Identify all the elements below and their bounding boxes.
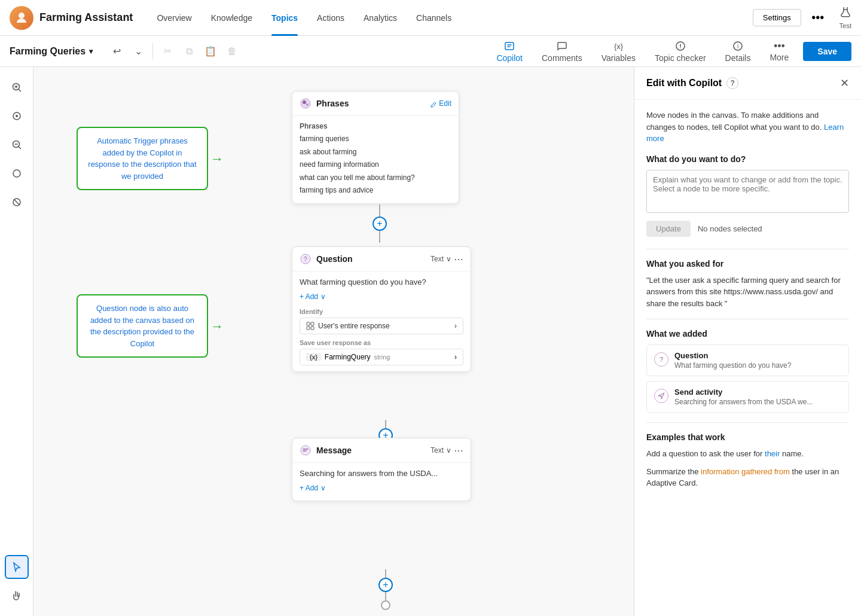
toolbar-right: Copilot Comments {x} Variables Topic che…	[491, 40, 851, 63]
variable-row[interactable]: {x} FarmingQuery string ›	[300, 349, 463, 365]
nav-topics[interactable]: Topics	[262, 0, 307, 36]
message-node-body: Searching for answers from the USDA... +…	[292, 463, 471, 501]
copilot-toolbar-action[interactable]: Copilot	[491, 40, 527, 63]
question-node-icon: ?	[300, 253, 312, 265]
question-node[interactable]: ? Question Text ∨ ⋯ What farming questio…	[292, 246, 471, 372]
delete-button[interactable]: 🗑	[222, 42, 242, 61]
what-asked-section: What you asked for "Let the user ask a s…	[646, 259, 849, 310]
zoom-out-button[interactable]	[5, 133, 29, 157]
added-item-1: Send activity Searching for answers from…	[646, 381, 849, 413]
question-add-btn[interactable]: + Add ∨	[300, 290, 463, 303]
block-tool-button[interactable]	[5, 190, 29, 214]
add-connector-3[interactable]: +	[378, 578, 393, 592]
var-chevron-icon: ›	[454, 353, 457, 361]
toolbar-row: Farming Queries ▾ ↩ ⌄ ✂ ⧉ 📋 🗑 Copilot Co…	[0, 36, 861, 67]
svg-rect-2	[505, 42, 514, 50]
comments-label: Comments	[542, 53, 582, 63]
copilot-input[interactable]	[646, 170, 849, 213]
more-toolbar-action[interactable]: ••• More	[765, 41, 793, 62]
phrases-edit-link[interactable]: Edit	[430, 99, 451, 108]
phrases-node[interactable]: Phrases Edit Phrases farming queries ask…	[292, 91, 459, 204]
nav-channels[interactable]: Channels	[407, 0, 461, 36]
save-button[interactable]: Save	[803, 42, 851, 61]
svg-rect-24	[307, 322, 310, 325]
message-more-button[interactable]: ⋯	[454, 445, 463, 456]
nav-overview[interactable]: Overview	[147, 0, 201, 36]
copy-button[interactable]: ⧉	[179, 42, 199, 61]
phrase-item-4: farming tips and advice	[300, 184, 451, 197]
more-dots-icon: •••	[774, 41, 785, 51]
question-node-title: Question	[316, 254, 353, 264]
cursor-icon	[11, 562, 22, 572]
zoom-in-button[interactable]	[5, 75, 29, 99]
update-button[interactable]: Update	[646, 221, 691, 237]
nav-right: Settings ••• Test	[753, 6, 851, 29]
copilot-help-icon[interactable]: ?	[726, 77, 738, 89]
main-layout: Automatic Trigger phrases added by the C…	[0, 67, 861, 616]
cursor-tool-button[interactable]	[5, 555, 29, 579]
examples-title: Examples that work	[646, 432, 849, 442]
nav-knowledge[interactable]: Knowledge	[201, 0, 262, 36]
svg-point-20	[303, 100, 306, 104]
question-node-header: ? Question Text ∨ ⋯	[292, 247, 471, 272]
center-button[interactable]	[5, 104, 29, 128]
copilot-label: Copilot	[496, 53, 523, 63]
app-avatar	[10, 6, 33, 30]
zoom-out-icon	[11, 139, 22, 150]
test-button[interactable]: Test	[839, 6, 851, 29]
added-item-0-desc: What farming question do you have?	[674, 361, 841, 370]
message-node-title: Message	[316, 446, 352, 455]
message-text: Searching for answers from the USDA...	[300, 469, 463, 478]
settings-button[interactable]: Settings	[753, 9, 801, 26]
phrases-node-icon	[300, 97, 312, 109]
what-added-title: What we added	[646, 329, 849, 339]
toolbar-icons: ↩ ⌄ ✂ ⧉ 📋 🗑	[107, 42, 242, 61]
details-icon: i	[732, 40, 744, 52]
hand-tool-button[interactable]	[5, 584, 29, 608]
copilot-action-row: Update No nodes selected	[646, 221, 849, 237]
svg-rect-26	[307, 327, 310, 330]
phrases-node-header: Phrases Edit	[292, 92, 459, 116]
message-node-icon	[300, 444, 312, 456]
hand-icon	[11, 590, 22, 601]
msg-add-chevron-icon: ∨	[320, 484, 326, 492]
svg-point-12	[16, 115, 18, 117]
example-item-0: Add a question to ask the user for their…	[646, 448, 849, 460]
add-connector-1[interactable]: +	[373, 216, 387, 231]
canvas-area[interactable]: Automatic Trigger phrases added by the C…	[33, 67, 634, 616]
test-label: Test	[839, 22, 851, 29]
question-node-badge: Text ∨ ⋯	[430, 254, 463, 265]
topic-checker-toolbar-action[interactable]: Topic checker	[650, 40, 711, 63]
details-toolbar-action[interactable]: i Details	[720, 40, 756, 63]
message-node[interactable]: Message Text ∨ ⋯ Searching for answers f…	[292, 438, 471, 501]
send-icon	[657, 392, 665, 400]
copilot-close-button[interactable]: ✕	[840, 77, 849, 90]
app-logo: Farming Assistant	[10, 6, 133, 30]
identify-row[interactable]: User's entire response ›	[300, 318, 463, 334]
variables-label: Variables	[602, 53, 636, 63]
message-add-btn[interactable]: + Add ∨	[300, 481, 463, 495]
copilot-title-area: Edit with Copilot ?	[646, 77, 738, 89]
topic-title[interactable]: Farming Queries ▾	[10, 46, 93, 57]
paste-button[interactable]: 📋	[201, 42, 220, 61]
question-more-button[interactable]: ⋯	[454, 254, 463, 265]
redo-chevron-button[interactable]: ⌄	[129, 42, 148, 61]
nav-analytics[interactable]: Analytics	[354, 0, 407, 36]
added-item-0-title: Question	[674, 351, 841, 360]
left-tools	[0, 67, 33, 616]
what-asked-title: What you asked for	[646, 259, 849, 269]
message-node-badge: Text ∨ ⋯	[430, 445, 463, 456]
phrases-node-body: Phrases farming queries ask about farmin…	[292, 116, 459, 203]
undo-button[interactable]: ↩	[107, 42, 126, 61]
variables-toolbar-action[interactable]: {x} Variables	[597, 40, 640, 63]
more-button[interactable]: •••	[808, 8, 828, 28]
added-item-1-desc: Searching for answers from the USDA we..…	[674, 398, 841, 406]
comments-toolbar-action[interactable]: Comments	[537, 40, 587, 63]
circle-tool-button[interactable]	[5, 161, 29, 185]
cut-button[interactable]: ✂	[158, 42, 177, 61]
divider-added	[646, 319, 849, 319]
nav-actions[interactable]: Actions	[307, 0, 354, 36]
connector-1: + ↓	[373, 205, 387, 251]
end-circle	[381, 600, 390, 610]
block-icon	[11, 197, 22, 208]
